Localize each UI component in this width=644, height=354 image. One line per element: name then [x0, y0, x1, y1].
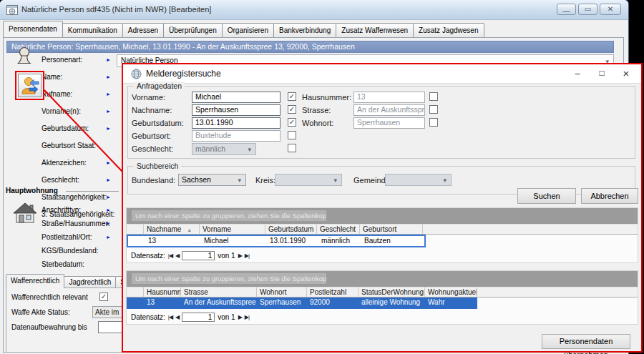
grid1-col-geburtsdatum[interactable]: Geburtsdatum: [265, 224, 317, 235]
grid2-col-statusderwohnung[interactable]: StatusDerWohnung: [358, 287, 425, 298]
grid1-cell-geburtsort: Bautzen: [361, 236, 424, 246]
tab-jagdrechtlich[interactable]: Jagdrechtlich: [64, 276, 116, 288]
hw-label-sterbedatum: Sterbedatum:: [42, 260, 84, 268]
nav-prev-icon[interactable]: ◀: [175, 252, 179, 259]
field-arrow-icon[interactable]: ►: [106, 221, 111, 226]
maximize-button-icon[interactable]: ▭: [578, 4, 597, 15]
nav-first-icon[interactable]: |◀: [168, 314, 172, 320]
grid2-row-indicator: [127, 298, 144, 309]
person-summary-banner: Natürliche Person: Sperrhausen, Michael,…: [6, 41, 614, 53]
field-arrow-icon[interactable]: ►: [106, 235, 111, 240]
hausnummer-checkbox[interactable]: [429, 92, 438, 101]
kreis-combobox[interactable]: ▾: [275, 174, 342, 186]
gemeinde-combobox[interactable]: ▾: [385, 174, 452, 186]
grid2-col-wohnungaktuell[interactable]: Wohnungaktuell: [425, 287, 477, 298]
kreis-label: Kreis:: [255, 176, 275, 185]
close-button-icon[interactable]: ✕: [600, 4, 621, 15]
geburtsort-checkbox[interactable]: [288, 131, 296, 139]
field-arrow-icon[interactable]: ►: [106, 207, 111, 212]
minimize-button-icon[interactable]: —: [557, 4, 576, 15]
nav-of-label: von 1: [218, 313, 235, 321]
dialog-close-icon[interactable]: ×: [614, 64, 638, 84]
field-arrow-icon[interactable]: ►: [106, 92, 111, 97]
waffen-relevant-label: Waffenrechtlich relevant: [11, 293, 88, 301]
melderegister-icon-button[interactable]: [18, 74, 42, 97]
grid1-col-geburtsort[interactable]: Geburtsort: [360, 224, 423, 235]
vorname-input[interactable]: Michael: [192, 92, 280, 103]
grid2-col-strasse[interactable]: Strasse: [181, 287, 257, 298]
hw-label-strasse-hausnummer: Straße/Hausnummer:: [42, 220, 110, 227]
tab-ueberpruefungen[interactable]: Überprüfungen: [163, 23, 223, 37]
field-arrow-icon[interactable]: ►: [106, 177, 111, 182]
nav-last-icon[interactable]: ▶|: [245, 314, 249, 320]
grid1-col-nachname[interactable]: Nachname▲: [144, 224, 200, 235]
strasse-input[interactable]: An der Auskunftsspree: [353, 104, 425, 116]
nav-prev-icon[interactable]: ◀: [175, 314, 179, 320]
field-arrow-icon[interactable]: ►: [106, 195, 111, 200]
nav-next-icon[interactable]: ▶: [238, 314, 242, 320]
tab-zusatz-waffenwesen[interactable]: Zusatz Waffenwesen: [336, 23, 414, 37]
wohnort-input[interactable]: Sperrhausen: [353, 117, 425, 129]
nachname-input[interactable]: Sperrhausen: [192, 104, 280, 116]
grid2-header-row: Hausnummer Strasse Wohnort Postleitzahl …: [127, 287, 638, 298]
grid2-row-selected[interactable]: 13 An der Auskunftsspree Sperrhausen 920…: [127, 298, 477, 309]
nav-first-icon[interactable]: |◀: [168, 252, 172, 259]
tab-personendaten[interactable]: Personendaten: [3, 21, 63, 37]
field-arrow-icon[interactable]: ►: [106, 160, 111, 165]
wohnort-checkbox[interactable]: [429, 118, 438, 127]
grid1-row-selected[interactable]: 13 Michael 13.01.1990 männlich Bautzen: [127, 235, 426, 247]
group-by-panel[interactable]: Um nach einer Spalte zu gruppieren, zieh…: [127, 208, 638, 224]
geschlecht-combobox[interactable]: männlich ▾: [192, 143, 256, 155]
tab-bankverbindung[interactable]: Bankverbindung: [273, 23, 336, 37]
hausnummer-input[interactable]: 13: [353, 92, 425, 103]
anfragedaten-legend: Anfragedaten: [134, 82, 185, 90]
caption-buttons: — ▭ ✕: [557, 4, 621, 15]
field-arrow-icon[interactable]: ►: [106, 109, 111, 114]
abbrechen-button[interactable]: Abbrechen: [581, 188, 638, 204]
grid1-col-vorname[interactable]: Vorname: [200, 224, 265, 235]
tab-zusatz-jagdwesen[interactable]: Zusatz Jagdwesen: [413, 23, 484, 37]
waffen-relevant-checkbox[interactable]: ✓: [99, 292, 108, 301]
nachname-checkbox[interactable]: ✓: [288, 105, 296, 114]
personendaten-uebernehmen-button[interactable]: Personendaten übernehmen: [542, 334, 630, 349]
field-label-geburtsort-staat: Geburtsort Staat:: [42, 142, 96, 149]
nav-next-icon[interactable]: ▶: [238, 252, 242, 259]
group-by-panel[interactable]: Um nach einer Spalte zu gruppieren, zieh…: [127, 271, 638, 287]
field-arrow-icon[interactable]: ►: [106, 126, 111, 131]
vorname-checkbox[interactable]: ✓: [288, 92, 296, 101]
field-arrow-icon[interactable]: ►: [106, 74, 111, 79]
nav-position-input[interactable]: 1: [182, 313, 215, 322]
grid1-indicator-header: [127, 224, 144, 235]
geburtsdatum-input[interactable]: 13.01.1990: [192, 117, 280, 129]
app-icon: [6, 4, 18, 19]
dialog-maximize-icon[interactable]: □: [590, 64, 614, 84]
person-sync-icon: [20, 76, 39, 95]
grid1-col-geschlecht[interactable]: Geschlecht: [317, 224, 360, 235]
strasse-checkbox[interactable]: [429, 105, 438, 114]
house-icon: [12, 202, 38, 227]
chevron-down-icon: ▾: [443, 175, 447, 185]
nav-position-input[interactable]: 1: [182, 251, 215, 260]
waffen-akte-label: Waffe Akte Status:: [11, 308, 70, 316]
suchen-button[interactable]: Suchen: [517, 188, 576, 204]
tab-organisieren[interactable]: Organisieren: [222, 23, 274, 37]
grid2-col-hausnummer[interactable]: Hausnummer: [144, 287, 181, 298]
suchbereich-legend: Suchbereich: [134, 162, 181, 170]
geschlecht-checkbox[interactable]: [288, 144, 296, 152]
main-titlebar: Natürliche Person sdf435 (Nicht im NWR) …: [0, 0, 628, 20]
dialog-minimize-icon[interactable]: –: [565, 64, 590, 84]
dialog-title: Melderegistersuche: [146, 64, 221, 84]
grid2-col-postleitzahl[interactable]: Postleitzahl: [307, 287, 358, 298]
geburtsdatum-checkbox[interactable]: ✓: [288, 118, 296, 127]
grid2-cell-wohnungaktuell: Wahr: [425, 298, 477, 309]
navigator-label: Datensatz:: [131, 252, 165, 260]
grid2-col-wohnort[interactable]: Wohnort: [257, 287, 307, 298]
tab-adressen[interactable]: Adressen: [122, 23, 164, 37]
geburtsort-input[interactable]: Buxtehude: [192, 130, 280, 142]
nav-last-icon[interactable]: ▶|: [245, 252, 249, 259]
tab-waffenrechtlich[interactable]: Waffenrechtlich: [6, 274, 64, 288]
field-arrow-icon[interactable]: ►: [106, 57, 111, 62]
tab-kommunikation[interactable]: Kommunikation: [62, 23, 123, 37]
bundesland-combobox[interactable]: Sachsen ▾: [178, 174, 246, 186]
person-head-icon: [16, 46, 32, 69]
